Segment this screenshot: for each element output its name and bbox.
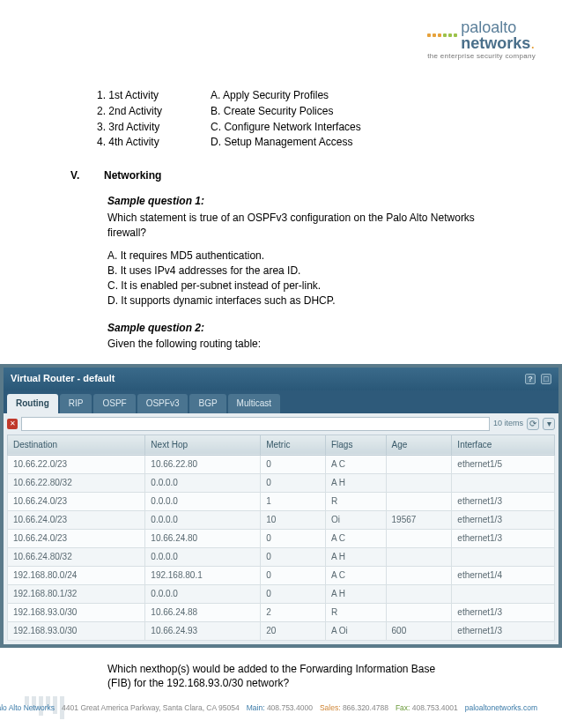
activity-item: 2. 2nd Activity xyxy=(97,104,162,119)
tab-ospfv3[interactable]: OSPFv3 xyxy=(137,394,189,413)
column-header[interactable]: Interface xyxy=(452,435,555,455)
section-heading: V. Networking xyxy=(70,168,509,183)
collapse-icon[interactable]: □ xyxy=(541,374,551,384)
option-item: A. Apply Security Profiles xyxy=(211,88,361,103)
virtual-router-panel: Virtual Router - default ? □ Routing RIP… xyxy=(0,364,562,647)
question-1: Sample question 1: Which statement is tr… xyxy=(107,194,509,308)
table-row[interactable]: 192.168.80.0/24192.168.80.10A Cethernet1… xyxy=(8,566,555,584)
table-row[interactable]: 10.66.24.0/230.0.0.010Oi19567ethernet1/3 xyxy=(8,510,555,529)
document-body: 1. 1st Activity 2. 2nd Activity 3. 3rd A… xyxy=(0,0,562,691)
tab-rip[interactable]: RIP xyxy=(60,394,92,413)
column-header[interactable]: Next Hop xyxy=(145,435,261,455)
option-item: B. Create Security Polices xyxy=(211,104,361,119)
table-row[interactable]: 10.66.24.0/2310.66.24.800A Cethernet1/3 xyxy=(8,529,555,547)
activity-item: 1. 1st Activity xyxy=(97,88,162,103)
table-row[interactable]: 10.66.22.0/2310.66.22.800A Cethernet1/5 xyxy=(8,455,555,473)
panel-title: Virtual Router - default xyxy=(11,372,115,385)
tab-routing[interactable]: Routing xyxy=(7,394,58,413)
table-row[interactable]: 192.168.93.0/3010.66.24.882Rethernet1/3 xyxy=(8,603,555,621)
table-row[interactable]: 192.168.80.1/320.0.0.00A H xyxy=(8,584,555,603)
table-row[interactable]: 10.66.24.80/320.0.0.00A H xyxy=(8,547,555,566)
column-header[interactable]: Metric xyxy=(261,435,326,455)
activity-item: 4. 4th Activity xyxy=(97,135,162,150)
activity-item: 3. 3rd Activity xyxy=(97,120,162,135)
column-header[interactable]: Flags xyxy=(325,435,386,455)
item-count: 10 items xyxy=(493,418,523,429)
tab-bgp[interactable]: BGP xyxy=(189,394,226,413)
question-2: Sample question 2: Given the following r… xyxy=(107,321,509,353)
option-item: D. Setup Management Access xyxy=(211,135,361,150)
column-header[interactable]: Destination xyxy=(8,435,145,455)
activity-matching: 1. 1st Activity 2. 2nd Activity 3. 3rd A… xyxy=(97,88,509,151)
company-logo: paloaltonetworks. the enterprise securit… xyxy=(427,19,536,60)
reload-icon[interactable]: ⟳ xyxy=(527,418,539,430)
tab-ospf[interactable]: OSPF xyxy=(93,394,135,413)
filter-input[interactable] xyxy=(21,417,490,431)
export-icon[interactable]: ▾ xyxy=(543,418,555,430)
option-item: C. Configure Network Interfaces xyxy=(211,120,361,135)
table-row[interactable]: 192.168.93.0/3010.66.24.9320A Oi600ether… xyxy=(8,621,555,640)
help-icon[interactable]: ? xyxy=(525,374,536,384)
clear-filter-icon[interactable]: ✕ xyxy=(7,419,18,429)
column-header[interactable]: Age xyxy=(386,435,452,455)
table-row[interactable]: 10.66.24.0/230.0.0.01Rethernet1/3 xyxy=(8,492,555,510)
tab-bar: Routing RIP OSPF OSPFv3 BGP Multicast xyxy=(4,390,558,413)
page-footer: Palo Alto Networks 4401 Great America Pa… xyxy=(0,703,562,712)
question-2-followup: Which nexthop(s) would be added to the F… xyxy=(107,662,509,692)
tab-multicast[interactable]: Multicast xyxy=(228,394,280,413)
table-row[interactable]: 10.66.22.80/320.0.0.00A H xyxy=(8,473,555,492)
routing-table: DestinationNext HopMetricFlagsAgeInterfa… xyxy=(7,435,555,641)
